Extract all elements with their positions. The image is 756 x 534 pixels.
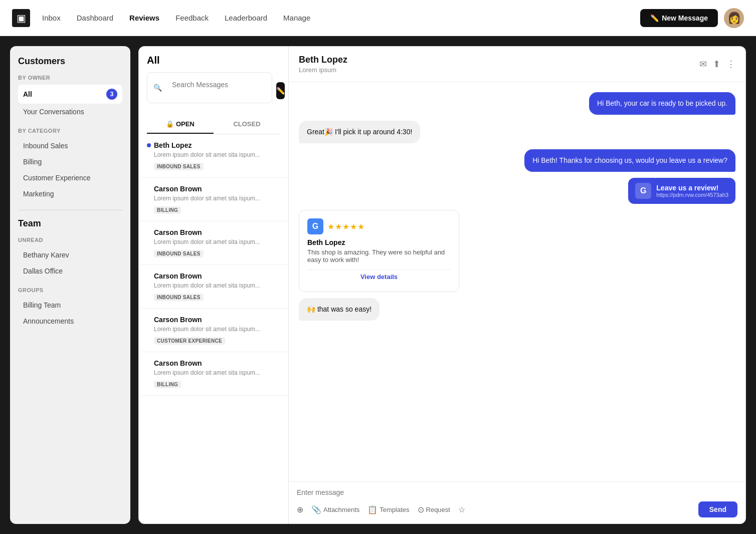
review-card: G ★★★★★ Beth Lopez This shop is amazing.…: [299, 210, 459, 292]
view-details-button[interactable]: View details: [307, 270, 451, 284]
link-bubble: G Leave us a review! https://pdm.rvw.com…: [628, 178, 735, 204]
tab-open-label: 🔒: [166, 120, 176, 128]
sidebar-item-customer-experience[interactable]: Customer Experience: [18, 170, 122, 186]
conversation-name: Carson Brown: [154, 228, 202, 236]
templates-icon: 📋: [367, 505, 377, 514]
avatar[interactable]: 👩: [724, 8, 744, 28]
received-bubble: 🙌 that was so easy!: [299, 298, 380, 321]
request-label: Request: [426, 506, 450, 513]
attachments-button[interactable]: 📎 Attachments: [311, 505, 359, 514]
conversation-item[interactable]: Carson Brown Lorem ipsum dolor sit amet …: [139, 352, 288, 396]
sidebar-item-marketing[interactable]: Marketing: [18, 186, 122, 202]
team-title: Team: [18, 218, 122, 229]
star-button[interactable]: ☆: [458, 505, 465, 514]
review-card-header: G ★★★★★: [307, 218, 451, 234]
new-message-label: New Message: [662, 14, 708, 22]
sidebar-item-inbound-sales[interactable]: Inbound Sales: [18, 138, 122, 154]
link-bubble-content: Leave us a review! https://pdm.rvw.com/4…: [656, 184, 728, 198]
compose-button[interactable]: ✏️: [276, 82, 285, 99]
templates-button[interactable]: 📋 Templates: [367, 505, 409, 514]
conversations-header: All 🔍 ✏️ 🔒 OPEN CLOSED: [139, 47, 288, 134]
sidebar-item-billing[interactable]: Billing: [18, 154, 122, 170]
conversation-item[interactable]: Carson Brown Lorem ipsum dolor sit amet …: [139, 265, 288, 309]
reviewer-name: Beth Lopez: [307, 238, 451, 246]
link-url: https://pdm.rvw.com/4573ah3: [656, 192, 728, 198]
conversation-tag: INBOUND SALES: [154, 250, 204, 257]
inbox-action-button[interactable]: ✉: [699, 59, 707, 70]
pencil-icon: ✏️: [650, 14, 659, 22]
request-button[interactable]: ⊙ Request: [418, 505, 450, 514]
sent-bubble: Hi Beth! Thanks for choosing us, would y…: [524, 149, 735, 172]
search-icon: 🔍: [153, 84, 162, 92]
conversation-name: Carson Brown: [154, 316, 202, 324]
conversation-name: Carson Brown: [154, 272, 202, 280]
logo[interactable]: ▣: [12, 9, 30, 27]
sidebar-divider: [18, 210, 122, 210]
share-action-button[interactable]: ⬆: [713, 59, 720, 70]
contact-info: Beth Lopez Lorem ipsum: [299, 55, 347, 74]
message-row-received: Great🎉 I'll pick it up around 4:30!: [299, 121, 735, 143]
conversation-name: Carson Brown: [154, 185, 202, 193]
conversation-item[interactable]: Beth Lopez Lorem ipsum dolor sit amet si…: [139, 134, 288, 178]
unread-dot: [147, 143, 151, 147]
sidebar-item-billing-team[interactable]: Billing Team: [18, 297, 122, 313]
conversation-preview: Lorem ipsum dolor sit amet sita ispum...: [154, 326, 280, 333]
conversation-tag: BILLING: [154, 206, 181, 214]
nav-feedback[interactable]: Feedback: [175, 14, 209, 22]
conversation-preview: Lorem ipsum dolor sit amet sita ispum...: [154, 282, 280, 289]
conversation-tag: INBOUND SALES: [154, 294, 204, 301]
conv-tabs: 🔒 OPEN CLOSED: [147, 115, 280, 134]
nav-links: Inbox Dashboard Reviews Feedback Leaderb…: [42, 14, 640, 22]
composer-input[interactable]: [297, 488, 737, 496]
sidebar-item-your-conversations[interactable]: Your Conversations: [18, 104, 122, 120]
conversation-item[interactable]: Carson Brown Lorem ipsum dolor sit amet …: [139, 309, 288, 352]
sidebar-all-badge: 3: [106, 89, 117, 100]
conversation-list: Beth Lopez Lorem ipsum dolor sit amet si…: [139, 134, 288, 523]
more-action-button[interactable]: ⋮: [726, 59, 735, 70]
message-row-link: G Leave us a review! https://pdm.rvw.com…: [299, 178, 735, 204]
search-container: 🔍: [147, 72, 272, 103]
tab-open[interactable]: 🔒 OPEN: [147, 115, 214, 134]
conversation-item[interactable]: Carson Brown Lorem ipsum dolor sit amet …: [139, 178, 288, 221]
top-navigation: ▣ Inbox Dashboard Reviews Feedback Leade…: [0, 0, 756, 36]
send-button[interactable]: Send: [698, 501, 737, 517]
nav-dashboard[interactable]: Dashboard: [77, 14, 113, 22]
nav-manage[interactable]: Manage: [283, 14, 310, 22]
header-actions: ✉ ⬆ ⋮: [699, 59, 735, 70]
review-text: This shop is amazing. They were so helpf…: [307, 248, 451, 263]
nav-reviews[interactable]: Reviews: [129, 14, 159, 22]
nav-inbox[interactable]: Inbox: [42, 14, 61, 22]
conversation-preview: Lorem ipsum dolor sit amet sita ispum...: [154, 238, 280, 245]
your-conversations-label: Your Conversations: [23, 108, 84, 116]
sent-bubble: Hi Beth, your car is ready to be picked …: [589, 92, 735, 115]
conversation-preview: Lorem ipsum dolor sit amet sita ispum...: [154, 369, 280, 376]
nav-leaderboard[interactable]: Leaderboard: [225, 14, 267, 22]
message-header: Beth Lopez Lorem ipsum ✉ ⬆ ⋮: [289, 47, 745, 82]
main-container: Customers BY OWNER All 3 Your Conversati…: [0, 36, 756, 534]
add-button[interactable]: ⊕: [297, 505, 303, 514]
message-composer: ⊕ 📎 Attachments 📋 Templates ⊙ Request ☆: [289, 481, 745, 523]
message-row-sent: Hi Beth! Thanks for choosing us, would y…: [299, 149, 735, 172]
conversation-item[interactable]: Carson Brown Lorem ipsum dolor sit amet …: [139, 221, 288, 265]
tab-closed[interactable]: CLOSED: [214, 115, 280, 134]
unread-label: UNREAD: [18, 237, 122, 243]
templates-label: Templates: [380, 506, 409, 513]
new-message-button[interactable]: ✏️ New Message: [640, 9, 718, 27]
contact-sub: Lorem ipsum: [299, 66, 347, 74]
sidebar-item-bethany-karev[interactable]: Bethany Karev: [18, 247, 122, 263]
sidebar: Customers BY OWNER All 3 Your Conversati…: [10, 46, 130, 524]
link-title: Leave us a review!: [656, 184, 728, 192]
review-stars: ★★★★★: [327, 222, 365, 231]
conversations-panel: All 🔍 ✏️ 🔒 OPEN CLOSED: [138, 46, 289, 524]
conversation-preview: Lorem ipsum dolor sit amet sita ispum...: [154, 195, 280, 202]
search-input[interactable]: [166, 77, 266, 93]
request-icon: ⊙: [418, 505, 424, 514]
compose-icon: ✏️: [276, 87, 285, 95]
sidebar-item-dallas-office[interactable]: Dallas Office: [18, 263, 122, 279]
sidebar-item-announcements[interactable]: Announcements: [18, 313, 122, 329]
conversation-name: Beth Lopez: [154, 141, 192, 149]
logo-icon: ▣: [17, 12, 26, 24]
by-owner-label: BY OWNER: [18, 75, 122, 81]
sidebar-item-all[interactable]: All 3: [18, 85, 122, 104]
star-icon: ☆: [458, 505, 465, 514]
